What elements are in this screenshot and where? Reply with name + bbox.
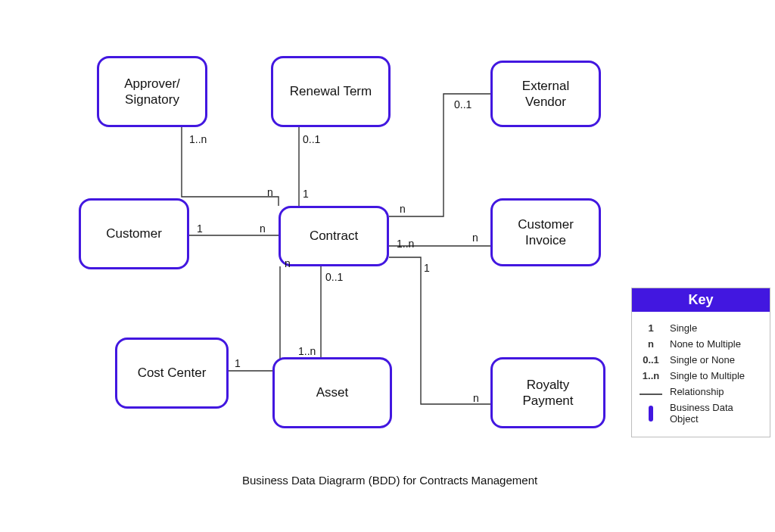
legend-box: Key 1 Single n None to Multiple 0..1 Sin…	[631, 288, 770, 437]
legend-row: Business DataObject	[640, 402, 762, 425]
cardinality-label: 1..n	[397, 238, 414, 250]
entity-label: Contract	[310, 228, 358, 244]
cardinality-label: 1	[197, 222, 203, 235]
cardinality-label: n	[400, 203, 406, 215]
legend-row: 1..n Single to Multiple	[640, 370, 762, 381]
cardinality-label: n	[472, 232, 478, 244]
entity-customer-invoice: CustomerInvoice	[490, 198, 601, 266]
legend-text: None to Multiple	[670, 338, 741, 350]
entity-label: CustomerInvoice	[518, 216, 574, 249]
cardinality-label: 1	[424, 262, 430, 274]
legend-symbol: 1	[640, 322, 662, 334]
entity-customer: Customer	[79, 198, 189, 269]
entity-contract: Contract	[279, 206, 389, 266]
legend-shape-symbol	[640, 408, 662, 419]
entity-label: Cost Center	[138, 365, 207, 381]
legend-text: Business DataObject	[670, 402, 733, 425]
cardinality-label: n	[267, 186, 273, 198]
entity-external-vendor: ExternalVendor	[490, 61, 601, 127]
legend-symbol: 1..n	[640, 370, 662, 381]
entity-label: RoyaltyPayment	[522, 377, 573, 409]
legend-row: Relationship	[640, 386, 762, 397]
entity-label: Approver/Signatory	[124, 76, 180, 108]
entity-label: Asset	[316, 384, 349, 400]
cardinality-label: n	[260, 222, 266, 235]
cardinality-label: n	[285, 257, 291, 269]
cardinality-label: 1	[235, 357, 241, 369]
cardinality-label: 1..n	[298, 345, 316, 357]
cardinality-label: 1..n	[189, 133, 207, 145]
entity-approver-signatory: Approver/Signatory	[97, 56, 207, 127]
cardinality-label: 0..1	[303, 133, 320, 145]
legend-line-symbol	[640, 386, 662, 397]
legend-title: Key	[632, 288, 770, 312]
legend-text: Single or None	[670, 354, 735, 366]
cardinality-label: 0..1	[325, 271, 343, 283]
entity-label: Customer	[106, 226, 162, 241]
legend-body: 1 Single n None to Multiple 0..1 Single …	[632, 312, 770, 437]
diagram-caption: Business Data Diagrarm (BDD) for Contrac…	[242, 474, 537, 487]
entity-asset: Asset	[272, 357, 392, 428]
cardinality-label: 1	[303, 188, 309, 200]
legend-row: 0..1 Single or None	[640, 354, 762, 366]
entity-royalty-payment: RoyaltyPayment	[490, 357, 605, 428]
legend-row: n None to Multiple	[640, 338, 762, 350]
legend-text: Single to Multiple	[670, 370, 745, 381]
legend-symbol: n	[640, 338, 662, 350]
legend-text: Single	[670, 322, 697, 334]
entity-cost-center: Cost Center	[115, 338, 229, 409]
entity-label: Renewal Term	[290, 83, 372, 99]
cardinality-label: n	[473, 392, 479, 404]
legend-row: 1 Single	[640, 322, 762, 334]
cardinality-label: 0..1	[454, 98, 472, 110]
entity-label: ExternalVendor	[522, 78, 569, 110]
legend-text: Relationship	[670, 386, 724, 397]
entity-renewal-term: Renewal Term	[271, 56, 391, 127]
legend-symbol: 0..1	[640, 354, 662, 366]
